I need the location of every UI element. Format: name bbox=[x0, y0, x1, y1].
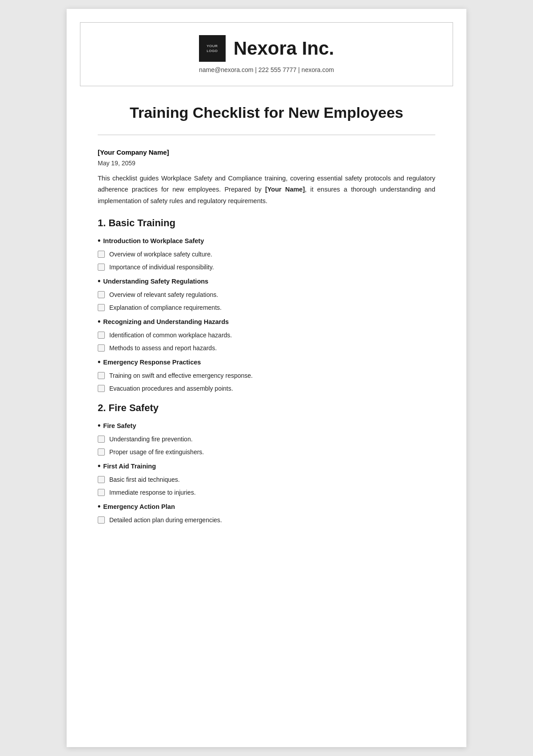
checkbox[interactable] bbox=[98, 448, 105, 456]
divider bbox=[98, 135, 435, 135]
checkbox[interactable] bbox=[98, 251, 105, 258]
section-basic-training: 1. Basic Training Introduction to Workpl… bbox=[98, 217, 435, 393]
logo-box: YOUR LOGO bbox=[199, 35, 226, 62]
subsection-emergency-action-plan: Emergency Action Plan Detailed action pl… bbox=[98, 502, 435, 525]
list-item: Overview of relevant safety regulations. bbox=[98, 290, 435, 300]
subsection-intro-workplace: Introduction to Workplace Safety Overvie… bbox=[98, 236, 435, 272]
intro-paragraph: This checklist guides Workplace Safety a… bbox=[98, 173, 435, 207]
list-item: Proper usage of fire extinguishers. bbox=[98, 448, 435, 457]
document-title: Training Checklist for New Employees bbox=[98, 104, 435, 121]
main-content: Training Checklist for New Employees [Yo… bbox=[67, 86, 466, 552]
list-item: Training on swift and effective emergenc… bbox=[98, 371, 435, 380]
checkbox[interactable] bbox=[98, 385, 105, 392]
logo-line1: YOUR bbox=[207, 44, 218, 48]
list-item: Immediate response to injuries. bbox=[98, 488, 435, 497]
subsection-emergency-response: Emergency Response Practices Training on… bbox=[98, 357, 435, 393]
checkbox[interactable] bbox=[98, 489, 105, 496]
checkbox[interactable] bbox=[98, 291, 105, 298]
subsection-emergency-action-plan-title: Emergency Action Plan bbox=[98, 502, 435, 511]
header-top: YOUR LOGO Nexora Inc. bbox=[199, 35, 334, 62]
subsection-first-aid: First Aid Training Basic first aid techn… bbox=[98, 461, 435, 497]
checkbox[interactable] bbox=[98, 516, 105, 524]
list-item: Methods to assess and report hazards. bbox=[98, 344, 435, 353]
checkbox[interactable] bbox=[98, 332, 105, 339]
contact-info: name@nexora.com | 222 555 7777 | nexora.… bbox=[199, 66, 334, 73]
list-item: Detailed action plan during emergencies. bbox=[98, 516, 435, 525]
checkbox[interactable] bbox=[98, 372, 105, 379]
list-item: Explanation of compliance requirements. bbox=[98, 303, 435, 312]
checkbox[interactable] bbox=[98, 476, 105, 483]
checkbox[interactable] bbox=[98, 436, 105, 443]
subsection-first-aid-title: First Aid Training bbox=[98, 461, 435, 471]
list-item: Understanding fire prevention. bbox=[98, 435, 435, 444]
subsection-safety-regulations: Understanding Safety Regulations Overvie… bbox=[98, 276, 435, 312]
checkbox[interactable] bbox=[98, 304, 105, 311]
subsection-intro-workplace-title: Introduction to Workplace Safety bbox=[98, 236, 435, 245]
company-name: Nexora Inc. bbox=[234, 38, 334, 59]
subsection-hazards: Recognizing and Understanding Hazards Id… bbox=[98, 317, 435, 353]
page: YOUR LOGO Nexora Inc. name@nexora.com | … bbox=[67, 9, 466, 747]
section-1-heading: 1. Basic Training bbox=[98, 217, 435, 229]
company-placeholder: [Your Company Name] bbox=[98, 148, 435, 156]
intro-bold: [Your Name] bbox=[265, 186, 305, 193]
subsection-emergency-response-title: Emergency Response Practices bbox=[98, 357, 435, 367]
subsection-fire-safety: Fire Safety Understanding fire preventio… bbox=[98, 421, 435, 457]
section-2-heading: 2. Fire Safety bbox=[98, 402, 435, 414]
subsection-hazards-title: Recognizing and Understanding Hazards bbox=[98, 317, 435, 326]
subsection-safety-regulations-title: Understanding Safety Regulations bbox=[98, 276, 435, 286]
list-item: Basic first aid techniques. bbox=[98, 475, 435, 484]
list-item: Importance of individual responsibility. bbox=[98, 263, 435, 272]
section-fire-safety: 2. Fire Safety Fire Safety Understanding… bbox=[98, 402, 435, 525]
checkbox[interactable] bbox=[98, 264, 105, 271]
list-item: Overview of workplace safety culture. bbox=[98, 250, 435, 259]
list-item: Identification of common workplace hazar… bbox=[98, 331, 435, 340]
logo-line2: LOGO bbox=[207, 48, 218, 53]
header: YOUR LOGO Nexora Inc. name@nexora.com | … bbox=[80, 22, 453, 86]
checkbox[interactable] bbox=[98, 344, 105, 352]
list-item: Evacuation procedures and assembly point… bbox=[98, 384, 435, 393]
subsection-fire-safety-title: Fire Safety bbox=[98, 421, 435, 430]
date-line: May 19, 2059 bbox=[98, 160, 435, 167]
